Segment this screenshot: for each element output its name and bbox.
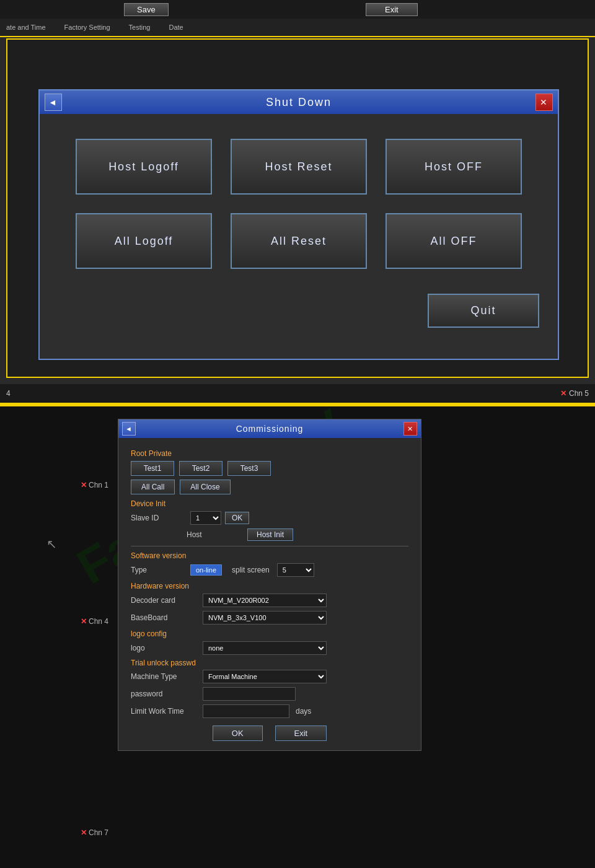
quit-button[interactable]: Quit (428, 294, 539, 328)
host-reset-button[interactable]: Host Reset (231, 139, 367, 195)
password-row: password (131, 687, 408, 701)
software-type-row: Type on-line split screen 5 4 9 (131, 563, 408, 577)
host-init-button[interactable]: Host Init (247, 528, 293, 541)
machine-type-select[interactable]: Formal Machine Trial Machine (203, 670, 327, 683)
all-off-button[interactable]: All OFF (386, 213, 522, 269)
online-badge: on-line (190, 564, 222, 576)
bottom-btn-row: OK Exit (131, 726, 408, 741)
commissioning-ok-button[interactable]: OK (213, 726, 263, 741)
machine-type-label: Machine Type (131, 672, 199, 681)
tab-testing[interactable]: Testing (129, 24, 151, 31)
root-private-btn-row-2: All Call All Close (131, 480, 408, 494)
host-init-row: Host Host Init (131, 528, 408, 541)
save-button[interactable]: Save (124, 3, 169, 16)
content-area: ◄ Shut Down ✕ Host Logoff Host Reset Hos… (6, 38, 589, 378)
top-bar: Save Exit (0, 0, 595, 19)
split-screen-select[interactable]: 5 4 9 (277, 563, 314, 577)
root-private-label: Root Private (131, 449, 408, 458)
top-bottom-bar: 4 ✕ Chn 5 (0, 384, 595, 403)
decoder-card-label: Decoder card (131, 596, 199, 605)
chn1-text: Chn 1 (89, 481, 108, 489)
hardware-version-label: Hardware version (131, 582, 408, 590)
shutdown-row-1: Host Logoff Host Reset Host OFF (58, 139, 539, 195)
commissioning-back-button[interactable]: ◄ (122, 422, 136, 436)
slave-id-ok-button[interactable]: OK (225, 512, 249, 524)
shutdown-row-2: All Logoff All Reset All OFF (58, 213, 539, 269)
top-section: Save Exit ate and Time Factory Setting T… (0, 0, 595, 403)
channel-number-4: 4 (6, 389, 11, 398)
commissioning-titlebar: ◄ Commissioning ✕ (118, 419, 421, 438)
chn7-label: ✕ Chn 7 (81, 828, 108, 837)
baseboard-label: BaseBoard (131, 613, 199, 622)
host-label: Host (187, 530, 242, 539)
ptz-icon: ↖ (46, 537, 57, 551)
chn5-label: ✕ Chn 5 (560, 389, 589, 398)
password-input[interactable] (203, 687, 296, 701)
logo-select[interactable]: none (203, 641, 327, 655)
limit-work-time-label: Limit Work Time (131, 707, 199, 716)
device-init-label: Device Init (131, 499, 408, 508)
tab-factory-setting[interactable]: Factory Setting (64, 24, 110, 31)
chn4-x-icon: ✕ (81, 617, 87, 626)
test3-button[interactable]: Test3 (227, 461, 271, 476)
slave-id-row: Slave ID 1 2 3 OK (131, 511, 408, 525)
software-version-label: Software version (131, 551, 408, 560)
chn4-label: ✕ Chn 4 (81, 617, 108, 626)
bottom-section: FangNioCTV ✕ Chn 1 ✕ Chn 4 ✕ Chn 7 ↖ ◄ C… (0, 406, 595, 868)
chn1-label: ✕ Chn 1 (81, 481, 108, 489)
baseboard-row: BaseBoard NVM_B_3x3_V100 (131, 611, 408, 625)
shutdown-title: Shut Down (266, 96, 332, 109)
chn5-x-icon: ✕ (560, 389, 566, 398)
chn1-x-icon: ✕ (81, 481, 87, 489)
limit-work-time-row: Limit Work Time days (131, 704, 408, 718)
decoder-card-row: Decoder card NVM_M_V200R002 (131, 594, 408, 607)
shutdown-back-button[interactable]: ◄ (45, 94, 62, 111)
commissioning-title: Commissioning (236, 424, 304, 434)
logo-config-label: logo config (131, 629, 408, 638)
shutdown-titlebar: ◄ Shut Down ✕ (40, 90, 558, 114)
trial-unlock-label: Trial unlock passwd (131, 659, 408, 667)
root-private-btn-row-1: Test1 Test2 Test3 (131, 461, 408, 476)
commissioning-exit-button[interactable]: Exit (275, 726, 327, 741)
chn5-text: Chn 5 (569, 389, 589, 398)
slave-id-label: Slave ID (131, 514, 187, 522)
chn7-text: Chn 7 (89, 828, 108, 837)
divider-1 (131, 546, 408, 546)
all-reset-button[interactable]: All Reset (231, 213, 367, 269)
test2-button[interactable]: Test2 (179, 461, 223, 476)
password-label: password (131, 690, 199, 698)
limit-work-time-input[interactable] (203, 704, 289, 718)
nav-tabs: ate and Time Factory Setting Testing Dat… (0, 19, 595, 37)
all-call-button[interactable]: All Call (131, 480, 175, 494)
shutdown-close-button[interactable]: ✕ (536, 94, 553, 111)
commissioning-close-button[interactable]: ✕ (403, 422, 417, 436)
all-logoff-button[interactable]: All Logoff (76, 213, 212, 269)
shutdown-dialog: ◄ Shut Down ✕ Host Logoff Host Reset Hos… (38, 89, 559, 360)
software-type-label: Type (131, 566, 187, 574)
logo-label: logo (131, 644, 199, 652)
host-logoff-button[interactable]: Host Logoff (76, 139, 212, 195)
all-close-button[interactable]: All Close (180, 480, 230, 494)
logo-row: logo none (131, 641, 408, 655)
days-label: days (296, 707, 311, 716)
commissioning-body: Root Private Test1 Test2 Test3 All Call … (118, 438, 421, 750)
chn7-x-icon: ✕ (81, 828, 87, 837)
machine-type-row: Machine Type Formal Machine Trial Machin… (131, 670, 408, 683)
exit-button[interactable]: Exit (366, 3, 418, 16)
host-off-button[interactable]: Host OFF (386, 139, 522, 195)
chn4-text: Chn 4 (89, 617, 108, 626)
test1-button[interactable]: Test1 (131, 461, 174, 476)
baseboard-select[interactable]: NVM_B_3x3_V100 (203, 611, 327, 625)
commissioning-dialog: ◄ Commissioning ✕ Root Private Test1 Tes… (118, 419, 421, 751)
shutdown-body: Host Logoff Host Reset Host OFF All Logo… (40, 114, 558, 359)
tab-date-time[interactable]: ate and Time (6, 24, 46, 31)
shutdown-quit-row: Quit (58, 287, 539, 334)
tab-date[interactable]: Date (169, 24, 183, 31)
decoder-card-select[interactable]: NVM_M_V200R002 (203, 594, 327, 607)
split-screen-label: split screen (232, 566, 270, 574)
slave-id-select[interactable]: 1 2 3 (190, 511, 221, 525)
